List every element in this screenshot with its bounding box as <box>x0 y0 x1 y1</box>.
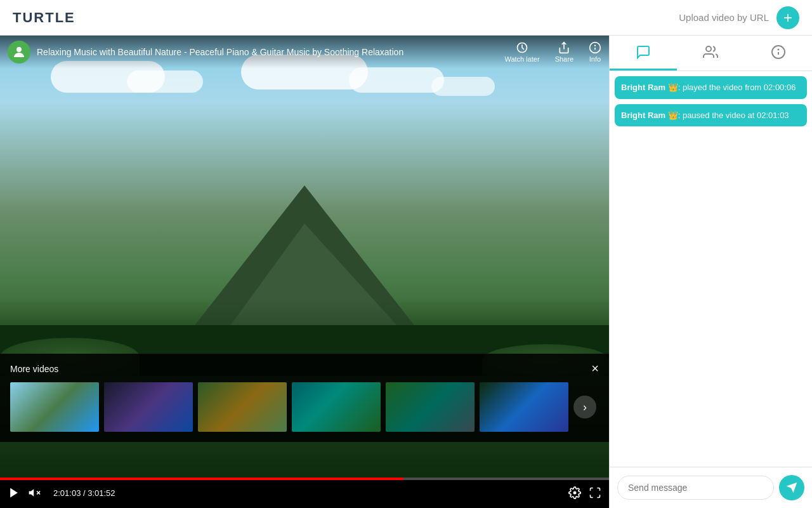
send-message-input[interactable] <box>617 476 774 500</box>
fullscreen-button[interactable] <box>589 486 601 499</box>
chat-message-2-user: Bright Ram 👑 <box>621 110 678 120</box>
add-url-button[interactable]: + <box>776 6 799 29</box>
tab-participants[interactable] <box>677 36 744 70</box>
svg-point-0 <box>16 47 22 52</box>
thumbnail-3[interactable] <box>198 382 287 432</box>
thumbnail-6[interactable] <box>480 382 568 432</box>
channel-icon <box>8 41 30 64</box>
share-button[interactable]: Share <box>555 41 573 63</box>
header: TURTLE Upload video by URL + <box>0 0 812 36</box>
thumbnail-1[interactable] <box>10 382 99 432</box>
settings-button[interactable] <box>568 486 581 499</box>
tab-info[interactable] <box>745 36 812 70</box>
mute-button[interactable] <box>28 486 41 499</box>
svg-marker-5 <box>10 488 18 498</box>
progress-bar-fill <box>0 478 403 480</box>
right-panel: Bright Ram 👑: played the video from 02:0… <box>609 36 812 508</box>
more-videos-close-button[interactable]: × <box>591 361 599 376</box>
video-controls: 2:01:03 / 3:01:52 <box>0 478 609 508</box>
upload-text: Upload video by URL <box>679 12 769 23</box>
panel-tabs <box>610 36 812 71</box>
thumbnail-2[interactable] <box>104 382 193 432</box>
more-videos-panel: More videos × › <box>0 354 609 442</box>
cloud-2 <box>127 70 203 93</box>
chat-message-2-separator: : <box>678 110 683 120</box>
thumbnail-5[interactable] <box>386 382 475 432</box>
chat-panel-content: Bright Ram 👑: played the video from 02:0… <box>610 71 812 467</box>
more-videos-header: More videos × <box>10 361 599 376</box>
chat-message-2: Bright Ram 👑: paused the video at 02:01:… <box>615 104 807 127</box>
more-videos-label: More videos <box>10 364 58 374</box>
thumbnails-next-button[interactable]: › <box>573 396 596 418</box>
svg-point-8 <box>706 46 711 51</box>
video-actions: Watch later Share Info <box>504 41 601 63</box>
progress-bar-background <box>0 478 609 480</box>
video-top-bar: Relaxing Music with Beautiful Nature - P… <box>0 36 609 69</box>
cloud-4 <box>349 67 444 93</box>
chat-message-1-action: played the video from 02:00:06 <box>683 83 796 92</box>
video-container[interactable]: Relaxing Music with Beautiful Nature - P… <box>0 36 609 478</box>
play-button[interactable] <box>8 486 20 499</box>
chat-message-1: Bright Ram 👑: played the video from 02:0… <box>615 76 807 99</box>
chat-message-2-action: paused the video at 02:01:03 <box>683 110 789 120</box>
send-message-area <box>610 467 812 508</box>
thumbnail-4[interactable] <box>292 382 381 432</box>
chat-message-1-separator: : <box>678 83 683 92</box>
tab-chat[interactable] <box>610 36 677 70</box>
send-message-button[interactable] <box>779 475 804 500</box>
video-area: Relaxing Music with Beautiful Nature - P… <box>0 36 609 508</box>
video-title: Relaxing Music with Beautiful Nature - P… <box>37 47 504 57</box>
main-content: Relaxing Music with Beautiful Nature - P… <box>0 36 812 508</box>
logo: TURTLE <box>13 10 75 26</box>
header-right: Upload video by URL + <box>679 6 799 29</box>
progress-bar-container[interactable] <box>0 478 609 480</box>
time-display: 2:01:03 / 3:01:52 <box>53 488 115 498</box>
watch-later-button[interactable]: Watch later <box>504 41 539 63</box>
cloud-5 <box>431 77 495 96</box>
more-videos-thumbnails: › <box>10 382 599 432</box>
chat-message-1-user: Bright Ram 👑 <box>621 83 678 92</box>
info-button[interactable]: Info <box>589 41 601 63</box>
controls-right <box>568 486 601 499</box>
